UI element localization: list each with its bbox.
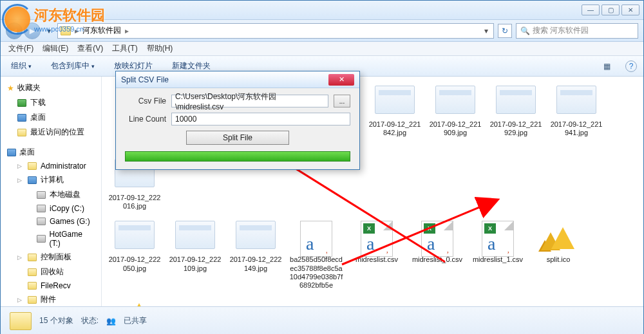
folder-icon — [28, 162, 37, 170]
expand-icon: ▷ — [17, 254, 24, 261]
file-name-label: split.ico — [547, 255, 571, 264]
watermark-title: 河东软件园 — [34, 6, 105, 25]
dialog-close-button[interactable]: ✕ — [328, 74, 354, 86]
menu-view[interactable]: 查看(V) — [73, 42, 107, 55]
expand-icon: ▷ — [17, 297, 24, 303]
sidebar-item-label: 附件 — [41, 294, 56, 305]
view-mode-button[interactable]: ▦ — [600, 59, 614, 73]
dialog-title: Split CSV File — [121, 75, 169, 84]
menu-edit[interactable]: 编辑(E) — [39, 42, 72, 55]
menu-bar: 文件(F) 编辑(E) 查看(V) 工具(T) 帮助(H) — [1, 42, 643, 56]
file-item[interactable]: 2017-09-12_222109.jpg — [166, 218, 224, 292]
watermark: 河东软件园 www.pc0359.cn — [5, 6, 105, 33]
sidebar-desktop-header[interactable]: 桌面 — [1, 145, 101, 160]
file-item[interactable]: 2017-09-12_222050.jpg — [106, 218, 164, 292]
address-dropdown-icon[interactable]: ▾ — [482, 26, 491, 35]
csv-file-input[interactable]: C:\Users\Desktop\河东软件园\midreslist.csv — [171, 95, 328, 107]
svg-line-1 — [342, 200, 497, 264]
expand-icon: ▷ — [17, 163, 24, 169]
file-item[interactable]: split.ico — [529, 218, 587, 292]
search-input[interactable]: 🔍 搜索 河东软件园 — [516, 23, 638, 39]
sidebar-item-label: 控制面板 — [41, 252, 71, 263]
organize-button[interactable]: 组织▾ — [7, 59, 35, 73]
drive-icon — [37, 205, 46, 212]
folder-icon — [28, 254, 37, 261]
address-bar[interactable]: ▸ 河东软件园 ▸ ▾ — [57, 23, 494, 39]
folder-icon — [28, 268, 37, 276]
drive-icon — [37, 218, 46, 225]
sidebar-item-recent[interactable]: 最近访问的位置 — [1, 125, 101, 140]
search-placeholder: 搜索 河东软件园 — [533, 25, 589, 36]
sidebar-item-2[interactable]: 本地磁盘 — [1, 187, 101, 202]
sidebar-item-label: HotGame (T:) — [50, 230, 95, 248]
menu-tools[interactable]: 工具(T) — [108, 42, 141, 55]
sidebar-favorites-header[interactable]: ★收藏夹 — [1, 80, 101, 95]
image-thumb-icon — [556, 86, 596, 114]
pyramid-icon — [538, 221, 577, 253]
sidebar-item-6[interactable]: ▷控制面板 — [1, 250, 101, 264]
image-thumb-icon — [115, 221, 155, 249]
window-maximize-button[interactable]: ▢ — [601, 5, 620, 15]
include-in-library-button[interactable]: 包含到库中▾ — [47, 59, 99, 73]
sidebar-item-label: 本地磁盘 — [50, 189, 80, 200]
file-name-label: 2017-09-12_221929.jpg — [488, 120, 544, 137]
sidebar-item-7[interactable]: 回收站 — [1, 264, 101, 279]
sidebar-item-label: FileRecv — [41, 281, 71, 290]
search-icon: 🔍 — [520, 26, 530, 35]
menu-file[interactable]: 文件(F) — [5, 42, 37, 55]
help-button[interactable]: ? — [625, 60, 637, 72]
sidebar-item-label: iCopy (C:) — [50, 204, 84, 213]
drive-icon — [37, 191, 46, 199]
sidebar-item-4[interactable]: Games (G:) — [1, 215, 101, 228]
progress-bar — [125, 151, 350, 162]
csv-file-label: Csv File — [125, 97, 166, 106]
file-item[interactable]: 2017-09-12_221929.jpg — [487, 83, 545, 154]
status-state-label: 状态: — [81, 315, 99, 326]
drive-icon — [37, 235, 46, 243]
file-item[interactable]: 2017-09-12_221941.jpg — [547, 83, 605, 154]
folder-icon — [10, 312, 32, 330]
download-icon — [17, 99, 26, 107]
chevron-down-icon: ▾ — [28, 63, 32, 70]
status-count: 15 个对象 — [39, 315, 73, 326]
image-thumb-icon — [435, 86, 475, 114]
split-file-button[interactable]: Split File — [186, 131, 289, 145]
sidebar-item-label: Games (G:) — [50, 217, 90, 226]
folder-icon — [28, 296, 37, 304]
sidebar-item-label: 计算机 — [41, 174, 64, 185]
sidebar: ★收藏夹 下载 桌面 最近访问的位置 桌面 ▷Administrator▷计算机… — [1, 77, 102, 306]
file-name-label: 2017-09-12_222016.jpg — [107, 194, 162, 210]
menu-help[interactable]: 帮助(H) — [143, 42, 177, 55]
sidebar-item-0[interactable]: ▷Administrator — [1, 160, 101, 172]
dialog-titlebar[interactable]: Split CSV File ✕ — [116, 71, 359, 88]
watermark-logo-icon — [5, 6, 30, 32]
sidebar-item-9[interactable]: ▷附件 — [1, 292, 101, 306]
breadcrumb-sep-icon: ▸ — [125, 26, 129, 35]
sidebar-item-label: Administrator — [41, 162, 86, 171]
file-item[interactable]: split.png — [106, 294, 164, 306]
line-count-label: Line Count — [125, 115, 166, 124]
image-thumb-icon — [496, 86, 536, 114]
pyramid-icon — [115, 297, 153, 306]
line-count-input[interactable]: 10000 — [171, 113, 350, 125]
sidebar-item-8[interactable]: FileRecv — [1, 279, 101, 292]
sidebar-item-desktop-fav[interactable]: 桌面 — [1, 110, 101, 125]
image-thumb-icon — [375, 86, 415, 114]
chevron-down-icon: ▾ — [91, 63, 95, 70]
window-minimize-button[interactable]: — — [582, 5, 600, 15]
sidebar-item-5[interactable]: HotGame (T:) — [1, 228, 101, 250]
expand-icon: ▷ — [17, 177, 24, 183]
status-bar: 15 个对象 状态: 👥 已共享 — [1, 306, 643, 334]
annotation-arrow-icon — [336, 194, 503, 273]
file-name-label: 2017-09-12_222050.jpg — [107, 255, 162, 272]
file-name-label: 2017-09-12_222109.jpg — [167, 255, 223, 272]
sidebar-item-downloads[interactable]: 下载 — [1, 95, 101, 110]
window-close-button[interactable]: ✕ — [621, 5, 639, 15]
sidebar-item-label: 回收站 — [41, 266, 64, 277]
refresh-button[interactable]: ↻ — [498, 24, 512, 38]
explorer-window: 河东软件园 www.pc0359.cn — ▢ ✕ ◄ ► ▾ ▸ 河东软件园 … — [0, 0, 644, 334]
desktop-icon — [17, 114, 26, 122]
browse-button[interactable]: ... — [334, 95, 350, 107]
sidebar-item-1[interactable]: ▷计算机 — [1, 172, 101, 187]
sidebar-item-3[interactable]: iCopy (C:) — [1, 202, 101, 215]
